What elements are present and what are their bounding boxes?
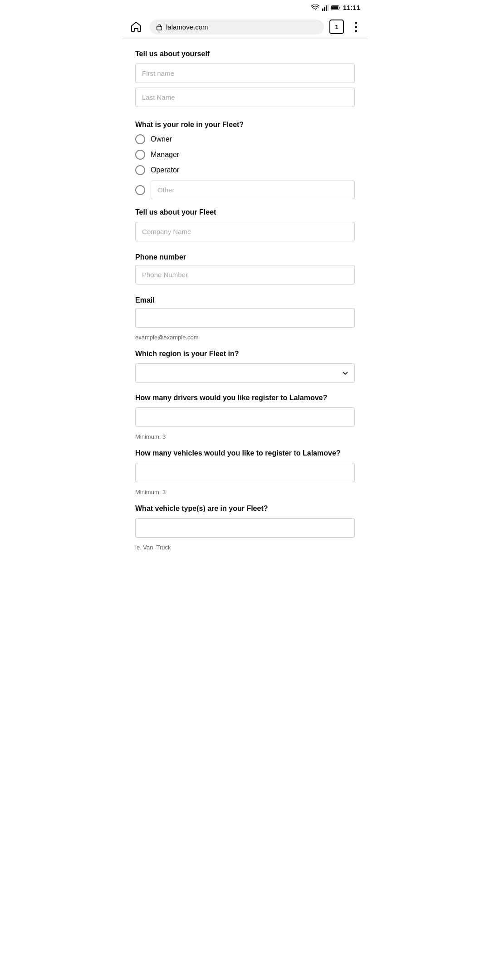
vehicles-hint: Minimum: 3 [135, 489, 355, 495]
drivers-hint: Minimum: 3 [135, 433, 355, 440]
role-operator-radio[interactable] [135, 165, 145, 175]
role-owner-radio[interactable] [135, 134, 145, 144]
svg-rect-6 [157, 26, 162, 30]
status-icons: 11:11 [311, 4, 360, 11]
role-radio-group: Owner Manager Operator [135, 134, 355, 199]
role-manager-option[interactable]: Manager [135, 150, 355, 160]
email-label: Email [135, 296, 355, 304]
role-owner-option[interactable]: Owner [135, 134, 355, 144]
vehicles-count-input[interactable] [135, 463, 355, 482]
region-question-label: Which region is your Fleet in? [135, 350, 355, 358]
vehicles-question-label: How many vehicles would you like to regi… [135, 449, 355, 457]
menu-dot-2 [355, 26, 357, 28]
svg-rect-3 [327, 5, 328, 11]
role-operator-label: Operator [151, 166, 179, 174]
svg-rect-2 [326, 5, 327, 10]
url-text: lalamove.com [166, 23, 208, 31]
company-name-input[interactable] [135, 222, 355, 241]
svg-rect-0 [322, 8, 323, 10]
more-menu-button[interactable] [349, 22, 362, 32]
vehicle-types-input[interactable] [135, 518, 355, 538]
lock-icon [156, 23, 162, 30]
phone-number-input[interactable] [135, 265, 355, 284]
section-about-yourself: Tell us about yourself [135, 50, 355, 58]
svg-rect-1 [324, 7, 325, 11]
svg-rect-5 [332, 6, 338, 9]
first-name-input[interactable] [135, 64, 355, 83]
section-about-fleet: Tell us about your Fleet [135, 208, 355, 216]
status-time: 11:11 [343, 4, 360, 11]
role-manager-label: Manager [151, 151, 179, 159]
battery-icon [331, 5, 340, 10]
role-other-row [135, 181, 355, 199]
last-name-input[interactable] [135, 88, 355, 107]
email-input[interactable] [135, 308, 355, 328]
browser-bar: lalamove.com 1 [122, 15, 368, 39]
vehicle-types-question-label: What vehicle type(s) are in your Fleet? [135, 505, 355, 513]
address-bar[interactable]: lalamove.com [150, 20, 324, 34]
role-operator-option[interactable]: Operator [135, 165, 355, 175]
menu-dot-3 [355, 30, 357, 32]
signal-icon [322, 5, 328, 11]
status-bar: 11:11 [122, 0, 368, 15]
page-content: Tell us about yourself What is your role… [122, 39, 368, 562]
email-hint: example@example.com [135, 334, 355, 341]
role-manager-radio[interactable] [135, 150, 145, 160]
region-select[interactable] [135, 363, 355, 383]
tab-count-button[interactable]: 1 [329, 20, 344, 34]
home-button[interactable] [128, 19, 144, 35]
drivers-count-input[interactable] [135, 407, 355, 427]
vehicle-types-hint: ie. Van, Truck [135, 544, 355, 551]
role-other-radio[interactable] [135, 185, 145, 195]
role-owner-label: Owner [151, 135, 172, 143]
wifi-icon [311, 5, 319, 11]
menu-dot-1 [355, 22, 357, 24]
role-question-label: What is your role in your Fleet? [135, 121, 355, 129]
role-other-input[interactable] [151, 181, 355, 199]
phone-number-label: Phone number [135, 253, 355, 261]
drivers-question-label: How many drivers would you like register… [135, 394, 355, 402]
